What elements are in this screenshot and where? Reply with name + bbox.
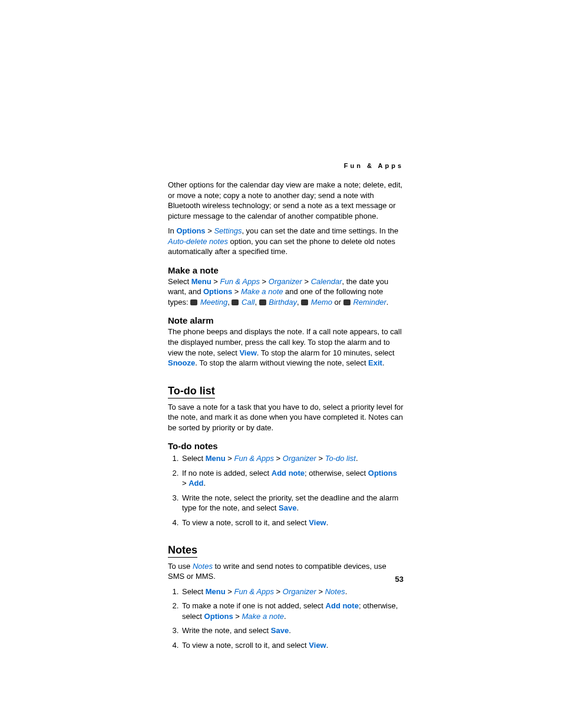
reminder-link[interactable]: Reminder [353,298,386,307]
text: , you can set the date and time settings… [242,226,398,235]
memo-icon [301,299,308,305]
list-item: Select Menu > Fun & Apps > Organizer > N… [181,587,404,597]
separator: > [206,226,214,235]
todo-list-link[interactable]: To-do list [325,454,356,463]
text: . [204,479,206,487]
text: . [326,641,329,650]
note-alarm-paragraph: The phone beeps and displays the note. I… [168,327,404,368]
notes-heading: Notes [168,544,197,558]
text: . [386,298,389,307]
separator: > [226,587,234,596]
text: , [297,298,301,307]
separator: > [226,454,234,463]
settings-paragraph: In Options > Settings, you can set the d… [168,226,404,257]
options-link[interactable]: Options [203,287,232,296]
notes-paragraph: To use Notes to write and send notes to … [168,561,404,582]
reminder-icon [343,299,351,305]
text: or [332,298,343,307]
menu-link[interactable]: Menu [206,454,226,463]
text: ; otherwise, select [305,469,368,477]
make-a-note-heading: Make a note [168,265,404,275]
text: . [356,454,358,463]
meeting-link[interactable]: Meeting [200,298,227,307]
page-number: 53 [395,575,404,584]
text: Select [168,277,191,286]
list-item: To view a note, scroll to it, and select… [181,640,404,651]
todo-paragraph: To save a note for a task that you have … [168,402,404,433]
text: . [345,587,348,596]
separator: > [232,287,241,296]
add-note-link[interactable]: Add note [272,469,305,477]
notes-link[interactable]: Notes [325,587,345,596]
separator: > [233,612,242,621]
save-link[interactable]: Save [271,626,289,635]
snooze-link[interactable]: Snooze [168,358,195,367]
meeting-icon [190,299,197,305]
separator: > [182,479,189,487]
call-icon [232,299,239,305]
make-note-paragraph: Select Menu > Fun & Apps > Organizer > C… [168,276,404,308]
list-item: Select Menu > Fun & Apps > Organizer > T… [181,453,404,464]
text: Write the note, and select [182,626,271,635]
separator: > [211,277,220,286]
calendar-link[interactable]: Calendar [311,277,342,286]
options-link[interactable]: Options [368,469,397,477]
make-note-link[interactable]: Make a note [241,287,283,296]
text: To view a note, scroll to it, and select [182,641,309,650]
text: . [296,503,299,512]
text: . To stop the alarm for 10 minutes, sele… [257,348,395,357]
fun-apps-link[interactable]: Fun & Apps [234,587,274,596]
text: In [168,226,176,235]
intro-paragraph: Other options for the calendar day view … [168,180,404,221]
memo-link[interactable]: Memo [311,298,332,307]
text: , [227,298,232,307]
organizer-link[interactable]: Organizer [269,277,302,286]
settings-link[interactable]: Settings [214,226,242,235]
add-note-link[interactable]: Add note [326,601,359,610]
text: . [289,626,291,635]
menu-link[interactable]: Menu [206,587,226,596]
notes-link[interactable]: Notes [193,562,213,571]
view-link[interactable]: View [309,641,326,650]
text: . [326,518,329,527]
organizer-link[interactable]: Organizer [283,587,316,596]
birthday-icon [259,299,266,305]
call-link[interactable]: Call [242,298,254,307]
text: Select [182,454,206,463]
text: To make a note if one is not added, sele… [182,601,326,610]
list-item: To view a note, scroll to it, and select… [181,518,404,528]
make-note-link[interactable]: Make a note [242,612,285,621]
list-item: If no note is added, select Add note; ot… [181,468,404,489]
to-do-notes-heading: To-do notes [168,441,404,451]
view-link[interactable]: View [239,348,256,357]
text: . [382,358,385,367]
add-link[interactable]: Add [189,479,203,487]
text: . [284,612,286,621]
auto-delete-link[interactable]: Auto-delete notes [168,237,228,246]
separator: > [316,587,325,596]
exit-link[interactable]: Exit [368,358,382,367]
organizer-link[interactable]: Organizer [283,454,316,463]
text: If no note is added, select [182,469,272,477]
options-link[interactable]: Options [176,226,205,235]
list-item: To make a note if one is not added, sele… [181,601,404,621]
list-item: Write the note, and select Save. [181,625,404,636]
todo-steps-list: Select Menu > Fun & Apps > Organizer > T… [168,453,404,528]
document-page: Fun & Apps Other options for the calenda… [168,162,404,654]
view-link[interactable]: View [309,518,326,527]
separator: > [260,277,269,286]
birthday-link[interactable]: Birthday [269,298,297,307]
text: , [254,298,259,307]
text: Select [182,587,206,596]
text: . To stop the alarm without viewing the … [195,358,368,367]
save-link[interactable]: Save [279,503,296,512]
fun-apps-link[interactable]: Fun & Apps [234,454,274,463]
text: To view a note, scroll to it, and select [182,518,309,527]
note-alarm-heading: Note alarm [168,315,404,325]
to-do-list-heading: To-do list [168,385,215,398]
fun-apps-link[interactable]: Fun & Apps [220,277,260,286]
menu-link[interactable]: Menu [191,277,211,286]
notes-steps-list: Select Menu > Fun & Apps > Organizer > N… [168,587,404,651]
options-link[interactable]: Options [204,612,233,621]
page-header: Fun & Apps [168,162,404,169]
